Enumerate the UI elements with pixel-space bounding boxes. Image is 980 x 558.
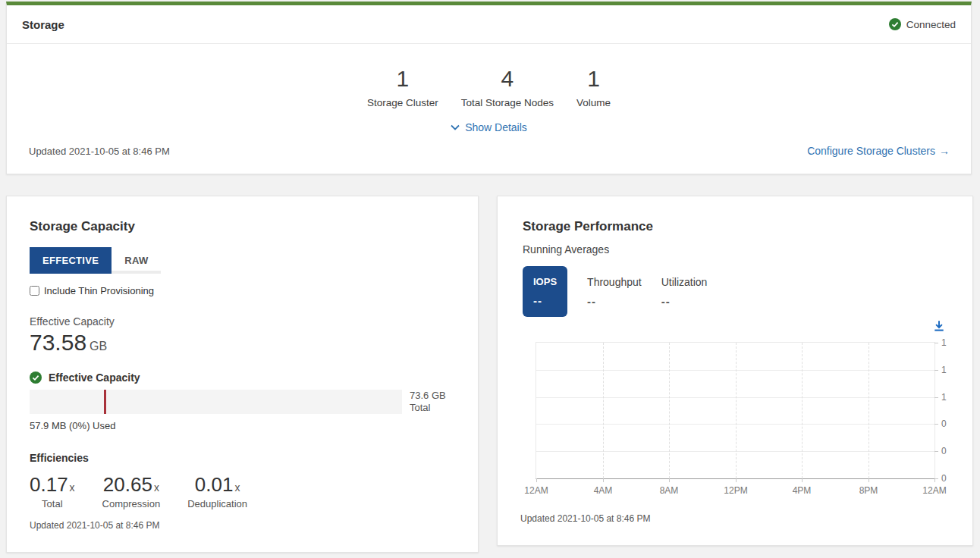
chevron-down-icon (451, 124, 460, 130)
performance-updated-timestamp: Updated 2021-10-05 at 8:46 PM (520, 513, 650, 524)
thin-provisioning-label: Include Thin Provisioning (44, 285, 154, 296)
capacity-card-title: Storage Capacity (30, 219, 455, 234)
chart-tick-label: 0 (941, 473, 947, 484)
chart-tick-label: 0 (941, 418, 947, 429)
efficiencies-title: Efficiencies (30, 452, 455, 464)
chart-gridline (669, 343, 670, 478)
efficiency-value-row: 20.65x (102, 473, 161, 497)
chart-tick-label: 8PM (850, 485, 887, 496)
effective-capacity-label: Effective Capacity (30, 315, 455, 328)
metric-tab-iops[interactable]: IOPS -- (523, 266, 567, 317)
performance-chart-plot: 11100012AM4AM8AM12PM4PM8PM12AM (536, 342, 935, 479)
capacity-value: 73.58 (30, 330, 86, 356)
stat-volume: 1 Volume (576, 67, 611, 108)
efficiency-value: 0.17 (30, 473, 68, 496)
configure-link-label: Configure Storage Clusters (807, 145, 935, 157)
download-icon (933, 320, 945, 332)
efficiency-value-row: 0.01x (187, 473, 247, 497)
capacity-total-value: 73.6 GB (410, 390, 446, 402)
chart-gridline (934, 397, 938, 398)
efficiency-value: 20.65 (103, 473, 152, 496)
configure-storage-clusters-link[interactable]: Configure Storage Clusters → (807, 145, 950, 157)
chart-gridline (934, 451, 938, 452)
connection-status-badge: Connected (889, 18, 956, 30)
chart-gridline (934, 343, 938, 343)
effective-capacity-value-row: 73.58 GB (30, 330, 455, 356)
chart-gridline (868, 478, 869, 482)
efficiency-label: Total (30, 498, 75, 509)
metric-label: Throughput (587, 276, 642, 288)
storage-performance-card: Storage Performance Running Averages IOP… (497, 196, 973, 546)
efficiency-suffix: x (70, 481, 75, 494)
stat-total-storage-nodes: 4 Total Storage Nodes (461, 67, 554, 108)
chart-gridline (934, 370, 938, 371)
capacity-total-labels: 73.6 GB Total (410, 390, 446, 414)
efficiency-suffix: x (234, 481, 240, 494)
download-chart-button[interactable] (933, 320, 945, 332)
efficiency-label: Compression (102, 498, 161, 509)
chart-tick-label: 12PM (717, 485, 755, 496)
tab-raw[interactable]: RAW (112, 247, 161, 274)
storage-card-title: Storage (22, 18, 64, 31)
connected-check-icon (889, 18, 901, 30)
capacity-unit: GB (90, 340, 107, 353)
metric-label: IOPS (533, 276, 557, 287)
metric-tab-throughput[interactable]: Throughput -- (587, 266, 642, 318)
capacity-tabs: EFFECTIVE RAW (30, 247, 455, 274)
efficiency-value: 0.01 (195, 473, 234, 496)
chart-gridline (603, 478, 604, 482)
show-details-link[interactable]: Show Details (7, 121, 971, 133)
storage-updated-timestamp: Updated 2021-10-05 at 8:46 PM (29, 146, 170, 157)
metric-value: -- (661, 295, 708, 308)
efficiency-label: Deduplication (187, 498, 247, 509)
stat-value: 1 (367, 67, 438, 91)
chart-gridline (669, 478, 670, 482)
storage-card-header: Storage Connected (7, 5, 971, 44)
storage-capacity-card: Storage Capacity EFFECTIVE RAW Include T… (6, 196, 479, 553)
capacity-threshold-marker (104, 390, 106, 414)
chart-tick-label: 0 (941, 446, 947, 456)
stat-value: 4 (461, 67, 554, 91)
storage-overview-card: Storage Connected 1 Storage Cluster 4 To… (6, 2, 972, 174)
capacity-bar-status: Effective Capacity (30, 371, 455, 384)
efficiency-compression: 20.65x Compression (102, 473, 161, 509)
efficiency-deduplication: 0.01x Deduplication (187, 473, 247, 509)
chart-gridline (736, 478, 737, 482)
stat-label: Volume (576, 97, 611, 108)
efficiency-value-row: 0.17x (30, 473, 75, 497)
thin-provisioning-checkbox[interactable] (30, 286, 39, 296)
chart-tick-label: 1 (941, 392, 947, 403)
capacity-bar-section-label: Effective Capacity (49, 371, 140, 384)
efficiencies-row: 0.17x Total 20.65x Compression 0.01x Ded… (30, 473, 455, 509)
efficiency-total: 0.17x Total (30, 473, 75, 509)
show-details-label: Show Details (465, 121, 527, 133)
performance-subtitle: Running Averages (523, 243, 947, 255)
stat-label: Total Storage Nodes (461, 97, 554, 108)
stat-value: 1 (576, 67, 611, 91)
chart-tick-label: 1 (941, 337, 947, 348)
metric-value: -- (587, 295, 642, 308)
capacity-bar (30, 390, 402, 414)
metric-value: -- (533, 294, 557, 307)
stat-label: Storage Cluster (367, 97, 438, 108)
chart-tick-label: 12AM (916, 485, 953, 496)
chart-gridline (802, 478, 803, 482)
tab-effective[interactable]: EFFECTIVE (30, 247, 112, 274)
capacity-ok-check-icon (30, 371, 42, 384)
performance-chart: 11100012AM4AM8AM12PM4PM8PM12AM (536, 342, 935, 479)
chart-gridline (934, 424, 938, 425)
chart-tick-label: 4AM (584, 485, 622, 496)
chart-gridline (603, 343, 604, 478)
capacity-updated-timestamp: Updated 2021-10-05 at 8:46 PM (30, 520, 159, 531)
metric-tab-utilization[interactable]: Utilization -- (661, 266, 708, 318)
chart-tick-label: 8AM (650, 485, 688, 496)
chart-gridline (802, 343, 803, 478)
thin-provisioning-row: Include Thin Provisioning (30, 285, 455, 296)
capacity-bar-wrap: 73.6 GB Total (30, 390, 455, 414)
chart-gridline (868, 343, 869, 478)
storage-stats-row: 1 Storage Cluster 4 Total Storage Nodes … (7, 67, 971, 108)
connection-status-label: Connected (906, 19, 956, 30)
capacity-used-label: 57.9 MB (0%) Used (30, 420, 455, 431)
chart-gridline (536, 478, 537, 482)
metric-label: Utilization (661, 276, 708, 288)
